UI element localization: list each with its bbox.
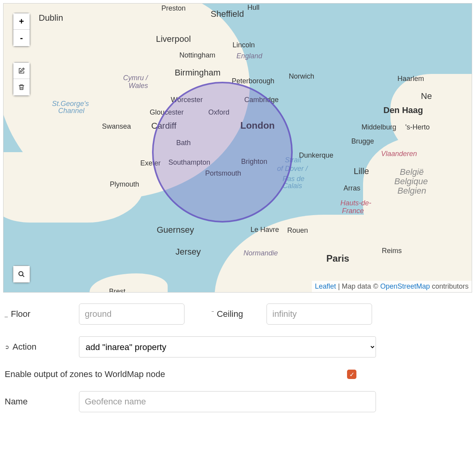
enable-row: Enable output of zones to WorldMap node … bbox=[5, 369, 356, 379]
action-label: ➲Action bbox=[5, 342, 75, 352]
map-canvas[interactable]: Dublin Preston Sheffield Hull Liverpool … bbox=[3, 3, 472, 293]
city-label: Norwich bbox=[289, 72, 314, 81]
draw-control bbox=[13, 62, 30, 96]
region-label: England bbox=[236, 52, 262, 60]
sea-label: Channel bbox=[58, 107, 84, 115]
region-label: Belgien bbox=[397, 186, 426, 196]
region-label: Vlaanderen bbox=[381, 150, 417, 158]
underscore-icon: _ bbox=[5, 311, 8, 317]
city-label: Birmingham bbox=[175, 68, 220, 78]
city-label: Reims bbox=[382, 247, 402, 255]
region-label: Normandie bbox=[243, 249, 278, 257]
search-button[interactable] bbox=[13, 266, 30, 282]
city-label: Paris bbox=[326, 253, 349, 264]
action-select[interactable]: add "inarea" property bbox=[79, 336, 376, 357]
map-attribution: Leaflet | Map data © OpenStreetMap contr… bbox=[312, 281, 472, 292]
city-label: Plymouth bbox=[110, 180, 139, 189]
city-label: Brest bbox=[109, 287, 125, 293]
overline-icon: ‾ bbox=[212, 311, 214, 317]
city-label: Rouen bbox=[287, 226, 308, 235]
city-label: Arras bbox=[344, 184, 360, 192]
city-label: Hull bbox=[247, 4, 259, 12]
city-label: Middelburg bbox=[361, 123, 396, 131]
landmass bbox=[89, 273, 168, 293]
city-label: Dublin bbox=[39, 13, 63, 23]
city-label: Swansea bbox=[102, 122, 131, 131]
floor-label: _Floor bbox=[5, 309, 75, 319]
enable-checkbox[interactable]: ✓ bbox=[347, 370, 356, 379]
name-row: Name bbox=[5, 391, 464, 412]
name-input[interactable] bbox=[79, 391, 376, 412]
edit-shape-button[interactable] bbox=[13, 63, 30, 79]
city-label: 's-Herto bbox=[405, 123, 429, 131]
ceiling-label: ‾Ceiling bbox=[212, 309, 263, 319]
leaflet-link[interactable]: Leaflet bbox=[315, 282, 336, 290]
floor-input[interactable] bbox=[79, 304, 184, 325]
city-label: Den Haag bbox=[383, 105, 423, 115]
zoom-out-button[interactable]: - bbox=[13, 30, 30, 46]
city-label: Guernsey bbox=[157, 225, 194, 235]
ceiling-input[interactable] bbox=[267, 304, 372, 325]
arrow-in-icon: ➲ bbox=[5, 344, 9, 350]
action-select-wrap: add "inarea" property bbox=[79, 336, 376, 357]
region-label: België bbox=[400, 167, 424, 177]
osm-link[interactable]: OpenStreetMap bbox=[380, 282, 430, 290]
city-label: Sheffield bbox=[211, 9, 244, 19]
name-label: Name bbox=[5, 397, 75, 407]
enable-label: Enable output of zones to WorldMap node bbox=[5, 369, 165, 379]
geofence-circle[interactable] bbox=[152, 82, 293, 223]
city-label: Dunkerque bbox=[299, 151, 333, 160]
city-label: Le Havre bbox=[251, 226, 279, 234]
region-label: France bbox=[342, 207, 364, 215]
floor-ceiling-row: _Floor ‾Ceiling bbox=[5, 304, 464, 325]
action-row: ➲Action add "inarea" property bbox=[5, 336, 464, 357]
city-label: Brugge bbox=[351, 137, 374, 145]
city-label: Nottingham bbox=[179, 51, 215, 59]
city-label: Preston bbox=[161, 4, 186, 13]
search-control bbox=[13, 266, 30, 283]
region-label: Belgique bbox=[394, 176, 428, 187]
city-label: Lille bbox=[354, 166, 369, 176]
region-label: Cymru / bbox=[123, 74, 148, 82]
city-label: Liverpool bbox=[156, 34, 191, 44]
svg-point-0 bbox=[19, 271, 23, 276]
delete-shape-button[interactable] bbox=[13, 79, 30, 95]
city-label: Haarlem bbox=[397, 75, 424, 83]
config-form: _Floor ‾Ceiling ➲Action add "inarea" pro… bbox=[0, 296, 469, 432]
zoom-control: + - bbox=[13, 13, 30, 47]
region-label: Wales bbox=[129, 82, 148, 90]
city-label: Jersey bbox=[175, 247, 201, 257]
zoom-in-button[interactable]: + bbox=[13, 13, 30, 30]
city-label: Lincoln bbox=[233, 41, 255, 49]
region-label: Hauts-de- bbox=[340, 199, 371, 207]
city-label: Ne bbox=[421, 91, 432, 101]
check-icon: ✓ bbox=[349, 371, 354, 378]
